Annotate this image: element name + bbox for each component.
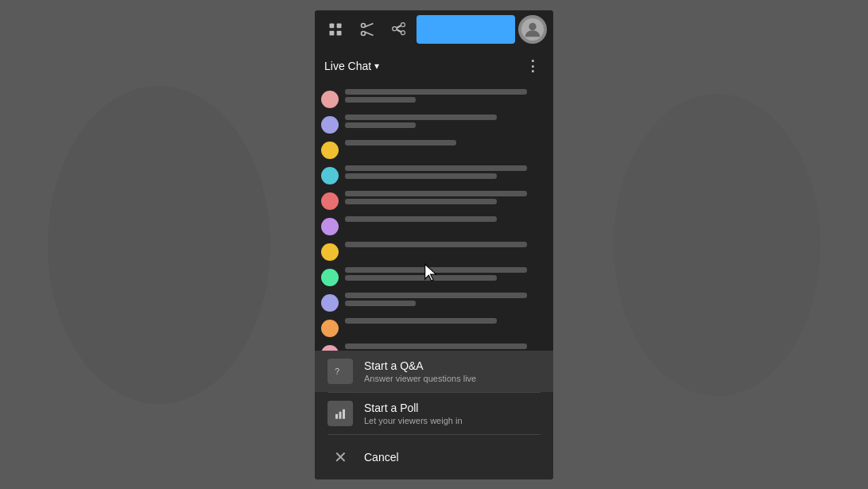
poll-subtitle: Let your viewers weigh in	[364, 416, 463, 425]
svg-rect-2	[330, 30, 335, 35]
poll-icon-container	[327, 401, 353, 426]
toolbar	[315, 10, 553, 49]
avatar	[321, 167, 339, 184]
avatar-button[interactable]	[518, 15, 547, 44]
chat-message	[321, 163, 547, 187]
message-content	[345, 242, 547, 247]
svg-point-9	[529, 22, 536, 29]
message-content	[345, 293, 547, 306]
chat-list	[315, 83, 553, 351]
message-content	[345, 267, 547, 281]
avatar-icon	[521, 18, 544, 41]
start-qa-item[interactable]: ? Start a Q&A Answer viewer questions li…	[315, 351, 553, 392]
message-content	[345, 140, 547, 146]
message-line	[345, 122, 416, 128]
qa-text: Start a Q&A Answer viewer questions live	[364, 359, 476, 383]
message-line	[345, 173, 497, 179]
svg-point-5	[362, 31, 366, 35]
chat-message	[321, 316, 547, 340]
poll-icon	[333, 406, 347, 421]
message-line	[345, 242, 527, 247]
svg-text:?: ?	[335, 366, 339, 375]
bottom-menu: ? Start a Q&A Answer viewer questions li…	[315, 351, 553, 479]
chat-message	[321, 239, 547, 263]
avatar	[321, 345, 339, 351]
grid-icon	[327, 21, 343, 37]
chat-message	[321, 265, 547, 289]
message-content	[345, 165, 547, 179]
avatar	[321, 294, 339, 312]
chat-message	[321, 112, 547, 136]
share-button[interactable]	[385, 15, 413, 44]
poll-text: Start a Poll Let your viewers weigh in	[364, 402, 463, 425]
scissors-button[interactable]	[353, 15, 382, 44]
avatar	[321, 218, 339, 235]
message-content	[345, 343, 547, 349]
svg-rect-12	[339, 411, 342, 418]
avatar	[321, 243, 339, 261]
qa-title: Start a Q&A	[364, 359, 476, 372]
message-content	[345, 191, 547, 204]
bg-decoration-right	[614, 94, 820, 396]
message-content	[345, 89, 547, 103]
message-line	[345, 318, 497, 324]
svg-rect-13	[343, 409, 345, 418]
svg-rect-1	[337, 23, 342, 28]
more-options-button[interactable]: ⋮	[521, 55, 544, 77]
start-poll-item[interactable]: Start a Poll Let your viewers weigh in	[315, 393, 553, 434]
chevron-down-icon: ▾	[374, 60, 379, 72]
chat-header: Live Chat ▾ ⋮	[315, 49, 553, 83]
avatar	[321, 116, 339, 134]
poll-title: Start a Poll	[364, 402, 463, 414]
svg-line-7	[365, 32, 373, 35]
message-content	[345, 114, 547, 128]
avatar	[321, 142, 339, 159]
qa-icon: ?	[327, 359, 353, 384]
chat-message	[321, 188, 547, 212]
message-line	[345, 267, 527, 273]
chat-message	[321, 290, 547, 314]
main-panel: Live Chat ▾ ⋮ ? Start a Q&A Answer viewe…	[315, 10, 553, 479]
chat-message	[321, 138, 547, 161]
avatar	[321, 192, 339, 210]
message-line	[345, 140, 456, 146]
message-line	[345, 216, 497, 222]
chat-message	[321, 214, 547, 238]
message-line	[345, 275, 497, 281]
avatar	[321, 320, 339, 337]
message-line	[345, 293, 527, 298]
message-line	[345, 301, 416, 306]
message-line	[345, 165, 527, 171]
scissors-icon	[359, 21, 375, 37]
chat-message	[321, 87, 547, 111]
svg-point-4	[362, 23, 366, 27]
qa-subtitle: Answer viewer questions live	[364, 374, 476, 383]
message-line	[345, 89, 527, 95]
chat-message	[321, 341, 547, 351]
share-icon	[391, 21, 407, 37]
cancel-icon: ✕	[327, 444, 353, 470]
cancel-label: Cancel	[364, 451, 399, 464]
grid-button[interactable]	[321, 15, 350, 44]
live-chat-dropdown[interactable]: Live Chat ▾	[324, 60, 379, 72]
avatar	[321, 269, 339, 286]
message-line	[345, 343, 527, 349]
svg-line-6	[365, 23, 373, 26]
message-line	[345, 191, 527, 196]
chat-header-title: Live Chat	[324, 60, 371, 72]
cancel-item[interactable]: ✕ Cancel	[315, 435, 553, 479]
message-line	[345, 97, 416, 103]
message-line	[345, 114, 497, 120]
svg-rect-0	[330, 23, 335, 28]
avatar	[321, 91, 339, 108]
bg-decoration-left	[48, 86, 270, 404]
message-line	[345, 199, 497, 204]
svg-rect-11	[335, 413, 338, 418]
message-content	[345, 216, 547, 222]
active-tab[interactable]	[417, 15, 515, 44]
svg-rect-3	[337, 30, 342, 35]
message-content	[345, 318, 547, 324]
